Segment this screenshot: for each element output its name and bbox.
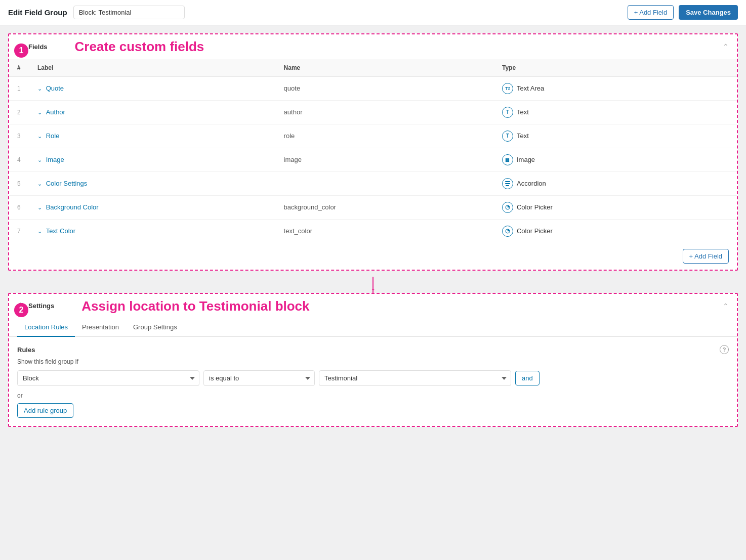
col-actions <box>707 59 737 77</box>
fields-section-title: Fields <box>28 43 48 51</box>
field-actions <box>707 219 737 243</box>
settings-collapse-icon[interactable]: ⌃ <box>723 302 729 310</box>
field-expand-icon[interactable]: ⌄ <box>37 157 42 163</box>
field-type-label: Color Picker <box>517 227 553 235</box>
rule-row: Block is equal to Testimonial and <box>17 370 729 386</box>
field-actions <box>707 148 737 171</box>
fields-table-head: # Label Name Type <box>9 59 737 77</box>
add-field-btn-top[interactable]: + Add Field <box>628 5 674 20</box>
field-expand-icon[interactable]: ⌄ <box>37 228 42 234</box>
field-label[interactable]: Author <box>46 108 65 116</box>
field-name: background_color <box>276 195 494 219</box>
field-label-cell: ⌄ Color Settings <box>29 171 276 195</box>
rule-operator-select[interactable]: is equal to <box>203 370 315 386</box>
step-2-badge: 2 <box>14 303 28 317</box>
field-type-cell: T Text <box>494 124 707 148</box>
field-label[interactable]: Color Settings <box>46 180 88 187</box>
field-name: image <box>276 148 494 171</box>
table-row: 2 ⌄ Author author T Text <box>9 100 737 124</box>
field-num: 2 <box>9 100 29 124</box>
tab-presentation[interactable]: Presentation <box>75 318 126 337</box>
page-title: Edit Field Group <box>8 8 67 17</box>
field-name: text_color <box>276 219 494 243</box>
rule-field-select[interactable]: Block <box>17 370 199 386</box>
help-icon[interactable]: ? <box>720 345 729 354</box>
field-name <box>276 171 494 195</box>
field-label-cell: ⌄ Background Color <box>29 195 276 219</box>
field-expand-icon[interactable]: ⌄ <box>37 181 42 187</box>
fields-section-header: ⚙ Fields 1 Create custom fields ⌃ <box>9 34 737 59</box>
field-type-label: Color Picker <box>517 203 553 211</box>
fields-collapse-icon[interactable]: ⌃ <box>723 42 729 51</box>
main-content: ⚙ Fields 1 Create custom fields ⌃ # Labe… <box>0 25 746 441</box>
field-expand-icon[interactable]: ⌄ <box>37 204 42 210</box>
field-type: ◔ Color Picker <box>502 202 698 213</box>
add-rule-group-btn[interactable]: Add rule group <box>17 403 73 418</box>
field-label[interactable]: Image <box>46 156 64 163</box>
field-num: 3 <box>9 124 29 148</box>
col-label: Label <box>29 59 276 77</box>
step-2-label: Assign location to Testimonial block <box>81 299 309 314</box>
field-type-label: Text <box>517 132 529 140</box>
tab-group-settings[interactable]: Group Settings <box>126 318 184 337</box>
field-label-cell: ⌄ Image <box>29 148 276 171</box>
field-type-label: Accordion <box>517 180 546 187</box>
field-num: 4 <box>9 148 29 171</box>
fields-header-left: ⚙ Fields 1 Create custom fields <box>17 39 204 54</box>
table-row: 5 ⌄ Color Settings Accordion <box>9 171 737 195</box>
fields-table: # Label Name Type 1 ⌄ Quote quote T2 Tex… <box>9 59 737 243</box>
field-type: T2 Text Area <box>502 83 698 94</box>
tabs-bar: Location Rules Presentation Group Settin… <box>9 318 737 337</box>
settings-section-header: ⚙ Settings 2 Assign location to Testimon… <box>9 294 737 319</box>
field-actions <box>707 171 737 195</box>
field-label-cell: ⌄ Role <box>29 124 276 148</box>
field-actions <box>707 100 737 124</box>
field-type: ▦ Image <box>502 154 698 165</box>
field-name: quote <box>276 76 494 100</box>
add-field-bottom-row: + Add Field <box>9 243 737 270</box>
table-row: 6 ⌄ Background Color background_color ◔ … <box>9 195 737 219</box>
table-row: 3 ⌄ Role role T Text <box>9 124 737 148</box>
rules-subtitle: Show this field group if <box>17 358 729 365</box>
field-type-label: Image <box>517 156 535 163</box>
field-label-cell: ⌄ Author <box>29 100 276 124</box>
tab-location-rules[interactable]: Location Rules <box>17 318 75 337</box>
field-label[interactable]: Background Color <box>46 203 99 211</box>
or-label: or <box>17 392 729 399</box>
field-type-cell: ◔ Color Picker <box>494 195 707 219</box>
and-button[interactable]: and <box>515 371 540 385</box>
rule-value-select[interactable]: Testimonial <box>319 370 511 386</box>
field-type-cell: ◔ Color Picker <box>494 219 707 243</box>
field-type-label: Text <box>517 108 529 116</box>
field-type-cell: Accordion <box>494 171 707 195</box>
field-num: 5 <box>9 171 29 195</box>
field-expand-icon[interactable]: ⌄ <box>37 133 42 139</box>
field-name: author <box>276 100 494 124</box>
table-row: 1 ⌄ Quote quote T2 Text Area <box>9 76 737 100</box>
field-label[interactable]: Role <box>46 132 60 140</box>
save-changes-btn[interactable]: Save Changes <box>679 5 738 20</box>
connector-area: ↓ <box>8 277 738 293</box>
top-bar-left: Edit Field Group <box>8 6 185 19</box>
field-type: ◔ Color Picker <box>502 226 698 237</box>
settings-section-title: Settings <box>28 302 54 310</box>
step-1-label: Create custom fields <box>75 39 204 54</box>
field-label[interactable]: Text Color <box>46 227 76 235</box>
settings-section: ⚙ Settings 2 Assign location to Testimon… <box>8 293 738 427</box>
rules-section: Rules ? Show this field group if Block i… <box>9 337 737 426</box>
field-type: T Text <box>502 131 698 142</box>
top-bar-right: Save 3 + Add Field Save Changes <box>628 5 738 20</box>
table-row: 4 ⌄ Image image ▦ Image <box>9 148 737 171</box>
col-type: Type <box>494 59 707 77</box>
block-name-input[interactable] <box>73 6 185 19</box>
field-label[interactable]: Quote <box>46 84 64 92</box>
col-num: # <box>9 59 29 77</box>
add-field-btn-bottom[interactable]: + Add Field <box>683 249 729 264</box>
field-expand-icon[interactable]: ⌄ <box>37 85 42 92</box>
field-actions <box>707 76 737 100</box>
field-expand-icon[interactable]: ⌄ <box>37 109 42 115</box>
col-name: Name <box>276 59 494 77</box>
field-num: 7 <box>9 219 29 243</box>
field-label-cell: ⌄ Text Color <box>29 219 276 243</box>
field-type: T Text <box>502 107 698 118</box>
